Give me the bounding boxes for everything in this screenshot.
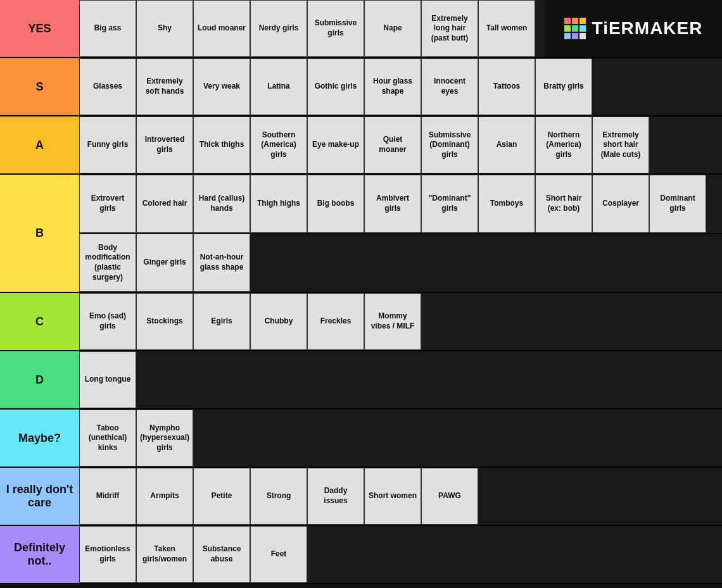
tier-filler	[136, 351, 722, 408]
tier-item: Ambivert girls	[364, 175, 421, 233]
tier-b-row2: Body modification (plastic surgery)Ginge…	[79, 234, 722, 292]
tier-item: Hard (callus) hands	[193, 175, 250, 233]
tier-item: Submissive (Dominant) girls	[421, 116, 478, 173]
tier-item: Taboo (unethical) kinks	[79, 410, 136, 466]
tier-item: Feet	[250, 526, 307, 583]
tier-c-items: Emo (sad) girlsStockingsEgirlsChubbyFrec…	[79, 293, 722, 350]
tier-item: Shy	[136, 0, 193, 57]
tier-item: Tattoos	[478, 58, 535, 115]
tier-filler	[193, 410, 722, 466]
tier-item: Nape	[364, 0, 421, 57]
tier-item: Submissive girls	[307, 0, 364, 57]
tier-item: Egirls	[193, 293, 250, 350]
tier-item: Extrovert girls	[79, 175, 136, 233]
tier-filler	[592, 58, 722, 115]
tiermaker-logo: TiERMAKER	[564, 18, 703, 39]
tier-item: Bratty girls	[535, 58, 592, 115]
header-row: YES Big assShyLoud moanerNerdy girlsSubm…	[0, 0, 722, 58]
logo-text: TiERMAKER	[592, 18, 703, 39]
tier-filler	[250, 234, 722, 292]
tier-item: Extremely soft hands	[136, 58, 193, 115]
tier-item: Daddy issues	[307, 468, 364, 525]
tier-filler	[421, 293, 722, 350]
tier-row-a: AFunny girlsIntroverted girlsThick thigh…	[0, 116, 722, 175]
tier-item: Gothic girls	[307, 58, 364, 115]
tier-item: Thick thighs	[193, 116, 250, 173]
tier-item: Thigh highs	[250, 175, 307, 233]
tier-item: Ginger girls	[136, 234, 193, 292]
tier-item: Dominant girls	[649, 175, 706, 233]
tier-item: Quiet moaner	[364, 116, 421, 173]
logo-area: TiERMAKER	[545, 0, 722, 57]
tier-filler	[307, 526, 722, 583]
tier-item: Glasses	[79, 58, 136, 115]
tier-item: Chubby	[250, 293, 307, 350]
tier-item: Strong	[250, 468, 307, 525]
tier-item: Short hair (ex: bob)	[535, 175, 592, 233]
tier-defnot-items: Emotionless girlsTaken girls/womenSubsta…	[79, 526, 722, 583]
tier-item: Northern (America) girls	[535, 116, 592, 173]
tier-label-yes: YES	[0, 0, 79, 57]
tier-row-idc: I really don't careMidriffArmpitsPetiteS…	[0, 468, 722, 526]
tier-item: Introverted girls	[136, 116, 193, 173]
tiers-container: SGlassesExtremely soft handsVery weakLat…	[0, 58, 722, 584]
tier-filler	[478, 468, 722, 525]
tier-item: Extremely short hair (Male cuts)	[592, 116, 649, 173]
tier-label-c: C	[0, 293, 79, 350]
tier-item: Loud moaner	[193, 0, 250, 57]
tier-item: Body modification (plastic surgery)	[79, 234, 136, 292]
tier-b-items: Extrovert girlsColored hairHard (callus)…	[79, 175, 722, 292]
tier-item: Not-an-hour glass shape	[193, 234, 250, 292]
tier-item: Very weak	[193, 58, 250, 115]
tier-label-defnot: Definitely not..	[0, 526, 79, 583]
tier-d-items: Long tongue	[79, 351, 722, 408]
tier-item: Asian	[478, 116, 535, 173]
tier-item: Short women	[364, 468, 421, 525]
tier-label-b: B	[0, 175, 79, 292]
tier-item: Funny girls	[79, 116, 136, 173]
tier-yes-items: Big assShyLoud moanerNerdy girlsSubmissi…	[79, 0, 545, 57]
tier-item: Big boobs	[307, 175, 364, 233]
tier-label-d: D	[0, 351, 79, 408]
tier-item: Nerdy girls	[250, 0, 307, 57]
tier-item: Tomboys	[478, 175, 535, 233]
tier-item: Emo (sad) girls	[79, 293, 136, 350]
tier-label-s: S	[0, 58, 79, 115]
tier-item: Cosplayer	[592, 175, 649, 233]
tier-label-maybe: Maybe?	[0, 410, 79, 466]
tier-row-c: CEmo (sad) girlsStockingsEgirlsChubbyFre…	[0, 293, 722, 351]
tier-s-items: GlassesExtremely soft handsVery weakLati…	[79, 58, 722, 115]
logo-grid	[564, 18, 586, 39]
tier-row-defnot: Definitely not..Emotionless girlsTaken g…	[0, 526, 722, 584]
tier-row-b: BExtrovert girlsColored hairHard (callus…	[0, 175, 722, 293]
tier-item: Latina	[250, 58, 307, 115]
tier-item: Armpits	[136, 468, 193, 525]
tier-item: Extremely long hair (past butt)	[421, 0, 478, 57]
tier-item: Mommy vibes / MILF	[364, 293, 421, 350]
tier-item: Eye make-up	[307, 116, 364, 173]
tier-item: Petite	[193, 468, 250, 525]
tier-item: Colored hair	[136, 175, 193, 233]
tier-item: Midriff	[79, 468, 136, 525]
tier-item: Freckles	[307, 293, 364, 350]
tier-item: Stockings	[136, 293, 193, 350]
tier-idc-items: MidriffArmpitsPetiteStrongDaddy issuesSh…	[79, 468, 722, 525]
tier-item: Big ass	[79, 0, 136, 57]
tier-item: Emotionless girls	[79, 526, 136, 583]
tier-item: Southern (America) girls	[250, 116, 307, 173]
tier-item: Taken girls/women	[136, 526, 193, 583]
tier-item: PAWG	[421, 468, 478, 525]
tier-label-idc: I really don't care	[0, 468, 79, 525]
tier-item: Innocent eyes	[421, 58, 478, 115]
tier-row-d: DLong tongue	[0, 351, 722, 410]
tier-row-maybe: Maybe?Taboo (unethical) kinksNympho (hyp…	[0, 410, 722, 468]
tier-filler	[649, 116, 722, 173]
tier-item: Tall women	[478, 0, 535, 57]
tier-item: Hour glass shape	[364, 58, 421, 115]
tier-item: "Dominant" girls	[421, 175, 478, 233]
tier-item: Substance abuse	[193, 526, 250, 583]
tier-item: Nympho (hypersexual) girls	[136, 410, 193, 466]
tier-b-row1: Extrovert girlsColored hairHard (callus)…	[79, 175, 722, 234]
tier-label-a: A	[0, 116, 79, 173]
tier-a-items: Funny girlsIntroverted girlsThick thighs…	[79, 116, 722, 173]
